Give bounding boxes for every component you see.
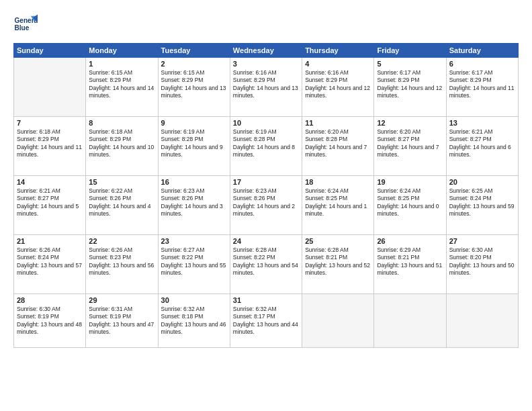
weekday-header: Thursday (302, 44, 374, 58)
cell-sun-info: Sunrise: 6:17 AMSunset: 8:29 PMDaylight:… (449, 69, 515, 100)
logo: General Blue (13, 12, 38, 36)
calendar-cell: 23Sunrise: 6:27 AMSunset: 8:22 PMDayligh… (158, 235, 230, 294)
calendar-cell: 31Sunrise: 6:32 AMSunset: 8:17 PMDayligh… (230, 294, 302, 348)
calendar-week-row: 28Sunrise: 6:30 AMSunset: 8:19 PMDayligh… (14, 294, 519, 348)
cell-sun-info: Sunrise: 6:29 AMSunset: 8:21 PMDaylight:… (377, 246, 443, 277)
calendar-cell: 6Sunrise: 6:17 AMSunset: 8:29 PMDaylight… (446, 58, 518, 117)
calendar-cell (446, 294, 518, 348)
day-number: 19 (377, 178, 443, 186)
calendar-cell: 28Sunrise: 6:30 AMSunset: 8:19 PMDayligh… (14, 294, 86, 348)
cell-sun-info: Sunrise: 6:24 AMSunset: 8:25 PMDaylight:… (377, 187, 443, 218)
logo-icon: General Blue (13, 12, 38, 36)
calendar-cell: 4Sunrise: 6:16 AMSunset: 8:29 PMDaylight… (302, 58, 374, 117)
cell-sun-info: Sunrise: 6:20 AMSunset: 8:28 PMDaylight:… (305, 128, 371, 159)
day-number: 31 (233, 296, 299, 304)
calendar-cell (302, 294, 374, 348)
day-number: 27 (449, 237, 515, 245)
calendar-cell: 8Sunrise: 6:18 AMSunset: 8:29 PMDaylight… (86, 117, 158, 176)
calendar-week-row: 21Sunrise: 6:26 AMSunset: 8:24 PMDayligh… (14, 235, 519, 294)
day-number: 2 (161, 60, 227, 68)
calendar-cell: 13Sunrise: 6:21 AMSunset: 8:27 PMDayligh… (446, 117, 518, 176)
calendar-cell: 1Sunrise: 6:15 AMSunset: 8:29 PMDaylight… (86, 58, 158, 117)
svg-text:Blue: Blue (14, 24, 29, 32)
day-number: 7 (17, 119, 83, 127)
calendar-cell: 22Sunrise: 6:26 AMSunset: 8:23 PMDayligh… (86, 235, 158, 294)
calendar-cell: 11Sunrise: 6:20 AMSunset: 8:28 PMDayligh… (302, 117, 374, 176)
day-number: 3 (233, 60, 299, 68)
weekday-header: Monday (86, 44, 158, 58)
day-number: 28 (17, 296, 83, 304)
calendar-cell: 19Sunrise: 6:24 AMSunset: 8:25 PMDayligh… (374, 176, 446, 235)
day-number: 30 (161, 296, 227, 304)
cell-sun-info: Sunrise: 6:32 AMSunset: 8:18 PMDaylight:… (161, 306, 227, 336)
day-number: 18 (305, 178, 371, 186)
calendar-cell: 26Sunrise: 6:29 AMSunset: 8:21 PMDayligh… (374, 235, 446, 294)
day-number: 15 (89, 178, 154, 186)
day-number: 21 (17, 237, 83, 245)
calendar-cell: 24Sunrise: 6:28 AMSunset: 8:22 PMDayligh… (230, 235, 302, 294)
day-number: 26 (377, 237, 443, 245)
calendar-week-row: 14Sunrise: 6:21 AMSunset: 8:27 PMDayligh… (14, 176, 519, 235)
calendar-cell: 18Sunrise: 6:24 AMSunset: 8:25 PMDayligh… (302, 176, 374, 235)
calendar-week-row: 7Sunrise: 6:18 AMSunset: 8:29 PMDaylight… (14, 117, 519, 176)
day-number: 5 (377, 60, 443, 68)
calendar-header-row: SundayMondayTuesdayWednesdayThursdayFrid… (14, 44, 519, 58)
calendar-cell: 7Sunrise: 6:18 AMSunset: 8:29 PMDaylight… (14, 117, 86, 176)
calendar-cell: 2Sunrise: 6:15 AMSunset: 8:29 PMDaylight… (158, 58, 230, 117)
page-header: General Blue (13, 12, 519, 36)
day-number: 22 (89, 237, 154, 245)
cell-sun-info: Sunrise: 6:32 AMSunset: 8:17 PMDaylight:… (233, 306, 299, 336)
cell-sun-info: Sunrise: 6:24 AMSunset: 8:25 PMDaylight:… (305, 187, 371, 218)
calendar-cell: 12Sunrise: 6:20 AMSunset: 8:27 PMDayligh… (374, 117, 446, 176)
weekday-header: Wednesday (230, 44, 302, 58)
cell-sun-info: Sunrise: 6:18 AMSunset: 8:29 PMDaylight:… (17, 128, 83, 159)
day-number: 16 (161, 178, 227, 186)
day-number: 11 (305, 119, 371, 127)
calendar-cell: 25Sunrise: 6:28 AMSunset: 8:21 PMDayligh… (302, 235, 374, 294)
cell-sun-info: Sunrise: 6:31 AMSunset: 8:19 PMDaylight:… (89, 306, 154, 336)
cell-sun-info: Sunrise: 6:17 AMSunset: 8:29 PMDaylight:… (377, 69, 443, 100)
cell-sun-info: Sunrise: 6:15 AMSunset: 8:29 PMDaylight:… (89, 69, 154, 100)
day-number: 1 (89, 60, 154, 68)
cell-sun-info: Sunrise: 6:19 AMSunset: 8:28 PMDaylight:… (161, 128, 227, 159)
weekday-header: Tuesday (158, 44, 230, 58)
day-number: 29 (89, 296, 154, 304)
cell-sun-info: Sunrise: 6:26 AMSunset: 8:24 PMDaylight:… (17, 246, 83, 277)
cell-sun-info: Sunrise: 6:28 AMSunset: 8:22 PMDaylight:… (233, 246, 299, 277)
day-number: 9 (161, 119, 227, 127)
day-number: 17 (233, 178, 299, 186)
cell-sun-info: Sunrise: 6:23 AMSunset: 8:26 PMDaylight:… (233, 187, 299, 218)
day-number: 8 (89, 119, 154, 127)
cell-sun-info: Sunrise: 6:16 AMSunset: 8:29 PMDaylight:… (233, 69, 299, 100)
cell-sun-info: Sunrise: 6:25 AMSunset: 8:24 PMDaylight:… (449, 187, 515, 218)
cell-sun-info: Sunrise: 6:21 AMSunset: 8:27 PMDaylight:… (449, 128, 515, 159)
cell-sun-info: Sunrise: 6:27 AMSunset: 8:22 PMDaylight:… (161, 246, 227, 277)
weekday-header: Sunday (14, 44, 86, 58)
day-number: 23 (161, 237, 227, 245)
calendar-cell: 15Sunrise: 6:22 AMSunset: 8:26 PMDayligh… (86, 176, 158, 235)
cell-sun-info: Sunrise: 6:23 AMSunset: 8:26 PMDaylight:… (161, 187, 227, 218)
day-number: 13 (449, 119, 515, 127)
cell-sun-info: Sunrise: 6:21 AMSunset: 8:27 PMDaylight:… (17, 187, 83, 218)
calendar-cell: 30Sunrise: 6:32 AMSunset: 8:18 PMDayligh… (158, 294, 230, 348)
calendar-cell: 27Sunrise: 6:30 AMSunset: 8:20 PMDayligh… (446, 235, 518, 294)
calendar-cell: 10Sunrise: 6:19 AMSunset: 8:28 PMDayligh… (230, 117, 302, 176)
day-number: 6 (449, 60, 515, 68)
cell-sun-info: Sunrise: 6:26 AMSunset: 8:23 PMDaylight:… (89, 246, 154, 277)
calendar-week-row: 1Sunrise: 6:15 AMSunset: 8:29 PMDaylight… (14, 58, 519, 117)
weekday-header: Saturday (446, 44, 518, 58)
day-number: 12 (377, 119, 443, 127)
cell-sun-info: Sunrise: 6:28 AMSunset: 8:21 PMDaylight:… (305, 246, 371, 277)
calendar-cell: 5Sunrise: 6:17 AMSunset: 8:29 PMDaylight… (374, 58, 446, 117)
cell-sun-info: Sunrise: 6:15 AMSunset: 8:29 PMDaylight:… (161, 69, 227, 100)
calendar-cell: 17Sunrise: 6:23 AMSunset: 8:26 PMDayligh… (230, 176, 302, 235)
calendar-cell: 21Sunrise: 6:26 AMSunset: 8:24 PMDayligh… (14, 235, 86, 294)
calendar-table: SundayMondayTuesdayWednesdayThursdayFrid… (13, 43, 519, 348)
day-number: 20 (449, 178, 515, 186)
day-number: 24 (233, 237, 299, 245)
day-number: 14 (17, 178, 83, 186)
day-number: 10 (233, 119, 299, 127)
calendar-cell: 29Sunrise: 6:31 AMSunset: 8:19 PMDayligh… (86, 294, 158, 348)
calendar-cell: 20Sunrise: 6:25 AMSunset: 8:24 PMDayligh… (446, 176, 518, 235)
calendar-cell (374, 294, 446, 348)
